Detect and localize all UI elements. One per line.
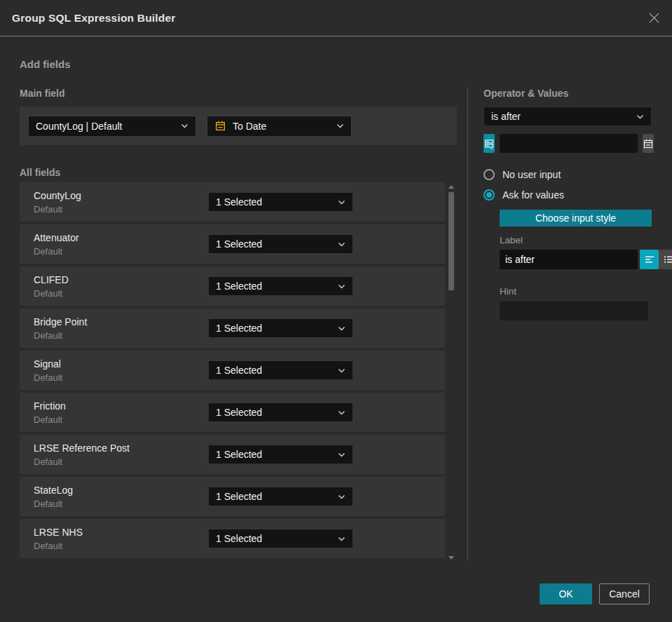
choose-input-style-button[interactable]: Choose input style [500,210,652,227]
chevron-down-icon [338,284,345,289]
close-button[interactable] [648,12,660,24]
field-values-select-value: 1 Selected [216,449,262,460]
hint-field-label: Hint [500,286,652,297]
list-style-button[interactable] [659,250,672,269]
radio-no-user-input-label: No user input [502,169,561,180]
fields-column: Main field CountyLog | Default [20,88,457,561]
all-fields-heading: All fields [20,167,457,178]
field-values-select-value: 1 Selected [216,407,262,418]
field-row: CountyLog Default 1 Selected [20,182,445,222]
calendar-icon [643,138,654,149]
dialog-titlebar: Group SQL Expression Builder [0,0,672,36]
ok-button[interactable]: OK [540,583,592,604]
label-input[interactable] [500,250,638,269]
close-icon [648,12,660,24]
field-subtitle: Default [34,288,208,299]
field-row: CLIFED Default 1 Selected [20,266,445,306]
field-name: Signal [34,358,208,370]
date-picker-button[interactable] [643,134,654,153]
dialog-title: Group SQL Expression Builder [12,12,176,25]
field-name: Friction [34,400,208,412]
label-field-label: Label [500,235,652,245]
field-values-select[interactable]: 1 Selected [208,403,353,422]
field-row-text: CLIFED Default [34,274,208,299]
radio-no-user-input[interactable]: No user input [484,169,652,180]
field-row: LRSE Reference Post Default 1 Selected [20,435,445,474]
all-fields-list-area: CountyLog Default 1 Selected Attenuator … [20,182,457,561]
field-row: Attenuator Default 1 Selected [20,224,445,264]
chevron-down-icon [338,536,345,541]
field-values-select-value: 1 Selected [216,491,262,502]
field-row-text: Bridge Point Default [34,316,208,341]
chevron-down-icon [338,452,345,457]
field-values-select[interactable]: 1 Selected [208,445,353,464]
field-subtitle: Default [34,330,208,341]
field-values-select-value: 1 Selected [216,196,262,208]
field-row-text: Signal Default [34,358,208,383]
field-values-select-value: 1 Selected [216,280,262,292]
bulleted-list-icon [663,254,672,265]
add-fields-heading: Add fields [20,58,652,70]
chevron-down-icon [338,410,345,415]
field-subtitle: Default [34,204,208,215]
chevron-down-icon [181,123,188,128]
chevron-down-icon [338,326,345,331]
chevron-down-icon [336,123,344,128]
value-input[interactable] [500,134,638,153]
chevron-down-icon [338,200,345,205]
operator-select-value: is after [491,111,521,122]
scroll-down-arrow-icon[interactable] [448,556,454,560]
field-values-select[interactable]: 1 Selected [208,318,353,338]
field-name: StateLog [34,485,208,496]
ask-for-values-block: Choose input style Label [500,210,652,320]
field-name: Attenuator [34,232,208,243]
operator-select[interactable]: is after [484,107,652,126]
field-row: LRSE NHS Default 1 Selected [20,519,445,558]
field-values-select[interactable]: 1 Selected [208,192,353,212]
radio-ask-for-values-label: Ask for values [502,189,564,201]
field-row-text: CountyLog Default [34,190,208,215]
field-row-text: Friction Default [34,400,208,425]
field-type-select[interactable]: To Date [207,116,352,137]
scrollbar-thumb[interactable] [448,192,454,290]
radio-ask-for-values[interactable]: Ask for values [484,189,652,201]
field-values-select-value: 1 Selected [216,533,262,544]
stacked-rows-icon [484,138,495,149]
field-values-select[interactable]: 1 Selected [208,360,353,380]
field-subtitle: Default [34,372,208,383]
input-style-toggle-group [640,250,672,269]
field-values-select[interactable]: 1 Selected [208,487,353,506]
field-values-select[interactable]: 1 Selected [208,276,353,296]
main-field-panel: CountyLog | Default [20,107,457,145]
main-field-heading: Main field [20,88,457,99]
field-name: LRSE Reference Post [34,442,208,454]
chevron-down-icon [636,114,644,119]
input-mode-radios: No user input Ask for values [484,169,652,201]
field-subtitle: Default [34,541,208,551]
field-row: StateLog Default 1 Selected [20,477,445,516]
scroll-up-arrow-icon[interactable] [448,185,454,189]
field-type-select-value: To Date [233,121,266,132]
value-input-row [484,134,652,153]
main-field-select[interactable]: CountyLog | Default [28,116,196,137]
radio-icon [484,169,495,180]
single-line-style-button[interactable] [640,250,659,269]
all-fields-list: CountyLog Default 1 Selected Attenuator … [20,182,445,561]
field-values-select[interactable]: 1 Selected [208,529,353,548]
cancel-button[interactable]: Cancel [599,583,650,604]
unique-values-button[interactable] [484,134,495,153]
field-row-text: Attenuator Default [34,232,208,257]
chevron-down-icon [338,368,345,373]
radio-selected-icon [484,189,495,201]
operator-values-panel: Operator & Values is after [468,88,652,561]
field-name: Bridge Point [34,316,208,327]
field-row-text: StateLog Default [34,485,208,509]
field-values-select[interactable]: 1 Selected [208,234,353,254]
scrollbar[interactable] [445,182,457,561]
field-values-select-value: 1 Selected [216,238,262,250]
align-left-icon [644,254,655,265]
field-row: Friction Default 1 Selected [20,393,445,432]
columns: Main field CountyLog | Default [20,88,652,561]
hint-input[interactable] [500,302,648,320]
chevron-down-icon [338,242,345,247]
